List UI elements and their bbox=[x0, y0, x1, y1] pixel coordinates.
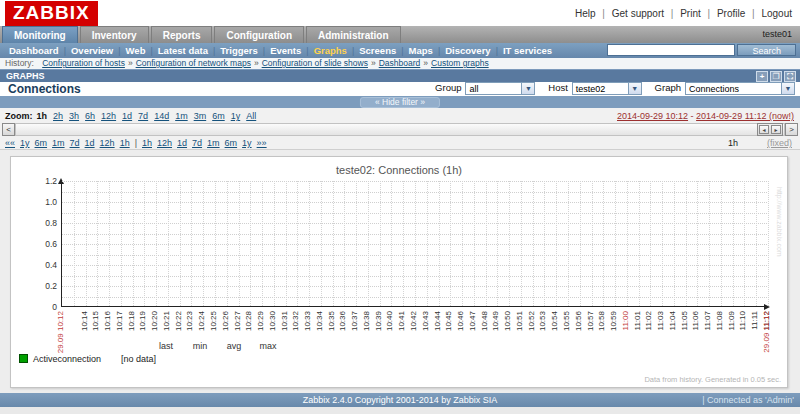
v-gridline bbox=[662, 181, 663, 306]
graph-select[interactable]: Connections▼ bbox=[685, 82, 795, 95]
v-gridline bbox=[286, 181, 287, 306]
header-link-help[interactable]: Help bbox=[575, 8, 596, 19]
zoom-option-1h[interactable]: 1h bbox=[37, 111, 48, 121]
submenu-item-it-services[interactable]: IT services bbox=[498, 44, 557, 57]
nav-back-7d[interactable]: 7d bbox=[70, 138, 80, 148]
submenu-item-maps[interactable]: Maps bbox=[404, 44, 438, 57]
zoom-option-1m[interactable]: 1m bbox=[175, 111, 188, 121]
zoom-option-6h[interactable]: 6h bbox=[85, 111, 95, 121]
slider-right-grip[interactable]: ▸ bbox=[771, 125, 781, 134]
series-color-swatch bbox=[19, 354, 28, 363]
host-select[interactable]: teste02▼ bbox=[572, 82, 642, 95]
nav-back-farfar[interactable]: «« bbox=[5, 138, 15, 148]
v-gridline bbox=[580, 181, 581, 306]
zoom-option-2h[interactable]: 2h bbox=[53, 111, 63, 121]
period-range: 2014-09-29 10:12 - 2014-09-29 11:12 (now… bbox=[617, 111, 794, 121]
x-tick-label: 10:17 bbox=[115, 311, 124, 331]
v-gridline bbox=[109, 181, 110, 306]
nav-fwd-1m[interactable]: 1m bbox=[207, 138, 220, 148]
history-link-3[interactable]: Configuration of slide shows bbox=[262, 58, 368, 68]
hide-filter-button[interactable]: « Hide filter » bbox=[360, 97, 440, 108]
submenu-item-overview[interactable]: Overview bbox=[66, 44, 118, 57]
zoom-option-all[interactable]: All bbox=[246, 111, 256, 121]
nav-fwd-1h[interactable]: 1h bbox=[142, 138, 152, 148]
x-tick-label: 10:19 bbox=[138, 311, 147, 331]
nav-fwd-12h[interactable]: 12h bbox=[157, 138, 172, 148]
header-link-profile[interactable]: Profile bbox=[717, 8, 745, 19]
nav-back-12h[interactable]: 12h bbox=[100, 138, 115, 148]
period-to-link[interactable]: 2014-09-29 11:12 (now!) bbox=[696, 111, 794, 121]
nav-fwd-1y[interactable]: 1y bbox=[242, 138, 252, 148]
zoom-option-14d[interactable]: 14d bbox=[154, 111, 169, 121]
reset-icon[interactable]: ❐ bbox=[770, 71, 782, 82]
zoom-option-12h[interactable]: 12h bbox=[101, 111, 116, 121]
zoom-option-6m[interactable]: 6m bbox=[212, 111, 225, 121]
nav-fwd-7d[interactable]: 7d bbox=[192, 138, 202, 148]
menu-tab-inventory[interactable]: Inventory bbox=[80, 26, 149, 43]
submenu-item-latest-data[interactable]: Latest data bbox=[153, 44, 213, 57]
footer-copyright: Zabbix 2.4.0 Copyright 2001-2014 by Zabb… bbox=[303, 395, 498, 405]
legend-col-min: min bbox=[183, 341, 217, 351]
group-select[interactable]: all▼ bbox=[465, 82, 535, 95]
nav-fwd-1d[interactable]: 1d bbox=[177, 138, 187, 148]
zoom-option-3h[interactable]: 3h bbox=[69, 111, 79, 121]
menu-tab-configuration[interactable]: Configuration bbox=[214, 26, 304, 43]
zoom-option-1d[interactable]: 1d bbox=[122, 111, 132, 121]
period-from-link[interactable]: 2014-09-29 10:12 bbox=[617, 111, 688, 121]
history-link-2[interactable]: Configuration of network maps bbox=[136, 58, 251, 68]
nav-back-6m[interactable]: 6m bbox=[35, 138, 48, 148]
submenu-item-screens[interactable]: Screens bbox=[354, 44, 401, 57]
v-gridline bbox=[686, 181, 687, 306]
submenu-item-discovery[interactable]: Discovery bbox=[440, 44, 495, 57]
x-tick-label: 10:58 bbox=[597, 311, 606, 331]
search-input[interactable] bbox=[607, 44, 735, 56]
header-link-print[interactable]: Print bbox=[680, 8, 701, 19]
menu-tab-monitoring[interactable]: Monitoring bbox=[2, 26, 78, 43]
host-label: Host bbox=[548, 82, 568, 93]
v-gridline bbox=[521, 181, 522, 306]
nav-fwd-farfar[interactable]: »» bbox=[257, 138, 267, 148]
zoom-option-3m[interactable]: 3m bbox=[194, 111, 207, 121]
submenu-item-web[interactable]: Web bbox=[121, 44, 151, 57]
x-tick-label: 11:02 bbox=[644, 311, 653, 330]
menu-tab-reports[interactable]: Reports bbox=[151, 26, 213, 43]
history-link-4[interactable]: Dashboard bbox=[379, 58, 421, 68]
add-favourite-icon[interactable]: + bbox=[756, 71, 768, 82]
section-title: GRAPHS bbox=[6, 71, 45, 81]
scrollbar-slider[interactable]: ◂ ▸ bbox=[757, 123, 783, 136]
header-link-separator: | bbox=[668, 8, 676, 19]
history-link-1[interactable]: Configuration of hosts bbox=[42, 58, 125, 68]
zoom-option-1y[interactable]: 1y bbox=[231, 111, 241, 121]
v-gridline bbox=[474, 181, 475, 306]
nav-back-1m[interactable]: 1m bbox=[52, 138, 65, 148]
legend-columns: lastminavgmax bbox=[149, 341, 285, 351]
v-gridline bbox=[180, 181, 181, 306]
x-tick-label: 11:03 bbox=[656, 311, 665, 330]
scrollbar-track[interactable] bbox=[15, 123, 785, 136]
menu-tab-administration[interactable]: Administration bbox=[306, 26, 401, 43]
scroll-left-button[interactable]: < bbox=[2, 123, 15, 136]
slider-left-grip[interactable]: ◂ bbox=[759, 125, 769, 134]
submenu-item-dashboard[interactable]: Dashboard bbox=[4, 44, 64, 57]
v-gridline bbox=[744, 181, 745, 306]
zabbix-logo: ZABBIX bbox=[5, 1, 98, 26]
header-link-get-support[interactable]: Get support bbox=[612, 8, 664, 19]
fixed-toggle-link[interactable]: (fixed) bbox=[767, 138, 792, 148]
nav-back-1h[interactable]: 1h bbox=[120, 138, 130, 148]
submenu-item-graphs[interactable]: Graphs bbox=[309, 44, 352, 57]
nav-fwd-6m[interactable]: 6m bbox=[225, 138, 238, 148]
submenu-item-triggers[interactable]: Triggers bbox=[215, 44, 263, 57]
submenu-item-events[interactable]: Events bbox=[265, 44, 306, 57]
zoom-option-7d[interactable]: 7d bbox=[138, 111, 148, 121]
header-link-logout[interactable]: Logout bbox=[761, 8, 792, 19]
scroll-right-button[interactable]: > bbox=[785, 123, 798, 136]
search-button[interactable]: Search bbox=[737, 44, 796, 56]
fullscreen-icon[interactable]: ⛶ bbox=[784, 71, 796, 82]
history-link-5[interactable]: Custom graphs bbox=[431, 58, 489, 68]
x-tick-label: 10:22 bbox=[174, 311, 183, 331]
section-header: GRAPHS +❐⛶ bbox=[0, 69, 800, 82]
nav-back-1d[interactable]: 1d bbox=[85, 138, 95, 148]
header-links: Help | Get support | Print | Profile | L… bbox=[575, 8, 792, 19]
x-tick-label: 10:40 bbox=[385, 311, 394, 331]
nav-back-1y[interactable]: 1y bbox=[20, 138, 30, 148]
